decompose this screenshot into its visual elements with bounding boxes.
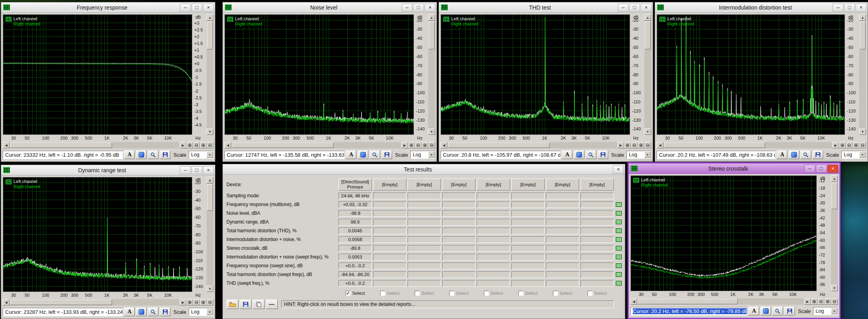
result-empty-cell[interactable] <box>442 219 476 226</box>
zoom-out-y-button[interactable]: ⊖ <box>831 298 838 305</box>
copy-image-button[interactable] <box>136 150 147 159</box>
minimize-button[interactable]: – <box>804 165 815 173</box>
scroll-left-button[interactable]: ◀ <box>3 142 10 148</box>
result-empty-cell[interactable] <box>373 245 406 252</box>
result-empty-cell[interactable] <box>511 263 545 269</box>
zoom-out-y-button[interactable]: ⊖ <box>428 142 435 148</box>
vertical-scroll-thumb[interactable] <box>831 183 837 209</box>
select-checkbox[interactable] <box>588 291 593 296</box>
horizontal-scroll-thumb[interactable] <box>10 300 112 305</box>
zoom-tool-button[interactable] <box>148 307 159 316</box>
horizontal-scroll-thumb[interactable] <box>10 142 112 148</box>
result-empty-cell[interactable] <box>477 236 510 243</box>
copy-image-button[interactable] <box>574 150 584 159</box>
result-empty-cell[interactable] <box>580 210 614 217</box>
result-empty-cell[interactable] <box>580 236 614 243</box>
copy-image-button[interactable] <box>789 150 799 159</box>
result-empty-cell[interactable] <box>408 201 441 208</box>
result-value-cell[interactable]: +0.03, -0.32 <box>338 201 372 208</box>
result-value-cell[interactable]: 98.9 <box>338 219 372 226</box>
spectrum-plot[interactable]: Left channel Right channel <box>630 175 817 291</box>
zoom-out-y-button[interactable]: ⊖ <box>859 142 866 148</box>
horizontal-scrollbar[interactable]: ◀ ▶ ⊕ ⊖ ⊕ ⊖ <box>657 142 866 148</box>
save-image-button[interactable] <box>160 307 170 316</box>
result-empty-cell[interactable] <box>442 245 476 252</box>
vertical-scrollbar[interactable]: ▲ ▼ <box>428 14 435 135</box>
horizontal-scrollbar[interactable]: ◀ ▶ ⊕ ⊖ ⊕ ⊖ <box>3 142 213 148</box>
result-empty-cell[interactable] <box>373 219 406 226</box>
close-button[interactable]: × <box>856 4 866 12</box>
font-button[interactable]: A <box>748 307 759 315</box>
copy-image-button[interactable] <box>358 150 368 159</box>
report-table-icon[interactable] <box>616 211 622 216</box>
scroll-right-button[interactable]: ▶ <box>804 298 811 305</box>
zoom-in-x-button[interactable]: ⊕ <box>811 298 818 305</box>
result-empty-cell[interactable] <box>442 228 476 234</box>
vertical-scroll-track[interactable] <box>644 21 651 128</box>
scroll-up-button[interactable]: ▲ <box>428 14 435 21</box>
dropdown-arrow-icon[interactable]: ▼ <box>644 152 651 158</box>
zoom-out-y-button[interactable]: ⊖ <box>207 142 213 148</box>
dropdown-arrow-icon[interactable]: ▼ <box>859 152 866 158</box>
result-empty-cell[interactable] <box>373 254 406 261</box>
result-column-header[interactable]: [Empty] <box>477 179 510 191</box>
minimize-button[interactable]: – <box>833 4 843 12</box>
window-titlebar[interactable]: Noise level – □ × <box>223 2 437 13</box>
scroll-left-button[interactable]: ◀ <box>224 142 231 148</box>
result-empty-cell[interactable] <box>442 280 476 287</box>
result-empty-cell[interactable] <box>511 228 545 234</box>
vertical-scroll-thumb[interactable] <box>645 21 651 49</box>
spectrum-plot[interactable]: Left channel Right channel <box>3 14 192 135</box>
result-empty-cell[interactable] <box>373 263 406 269</box>
result-empty-cell[interactable] <box>373 201 406 208</box>
scroll-down-button[interactable]: ▼ <box>831 285 838 291</box>
maximize-button[interactable]: □ <box>413 4 424 12</box>
scroll-right-button[interactable]: ▶ <box>180 299 186 305</box>
window-titlebar[interactable]: Frequency response – □ × <box>1 2 215 13</box>
cursor-readout[interactable]: Cursor: 23332 Hz, left = -1.10 dB, right… <box>3 151 123 159</box>
scroll-down-button[interactable]: ▼ <box>428 128 435 135</box>
zoom-tool-button[interactable] <box>772 307 783 315</box>
result-empty-cell[interactable] <box>477 271 510 278</box>
result-value-cell[interactable]: 24-bit, 48 kHz <box>338 193 372 199</box>
cursor-readout[interactable]: Cursor: 23287 Hz, left = -133.93 dB, rig… <box>3 308 123 316</box>
result-empty-cell[interactable] <box>408 280 441 287</box>
vertical-scroll-track[interactable] <box>207 21 213 128</box>
horizontal-scroll-thumb[interactable] <box>232 142 334 148</box>
report-table-icon[interactable] <box>616 228 622 233</box>
zoom-in-y-button[interactable]: ⊕ <box>853 142 859 148</box>
spectrum-plot[interactable]: Left channel Right channel <box>3 177 192 292</box>
close-button[interactable]: × <box>613 165 624 173</box>
result-empty-cell[interactable] <box>546 210 579 217</box>
scroll-left-button[interactable]: ◀ <box>630 298 637 305</box>
result-empty-cell[interactable] <box>442 254 476 261</box>
save-image-button[interactable] <box>160 150 170 159</box>
result-empty-cell[interactable] <box>477 245 510 252</box>
maximize-button[interactable]: □ <box>191 4 202 12</box>
result-empty-cell[interactable] <box>373 210 406 217</box>
scroll-down-button[interactable]: ▼ <box>207 286 213 292</box>
maximize-button[interactable]: □ <box>844 4 855 12</box>
zoom-out-x-button[interactable]: ⊖ <box>818 298 824 305</box>
dropdown-arrow-icon[interactable]: ▼ <box>428 152 435 158</box>
close-button[interactable]: × <box>641 4 651 12</box>
vertical-scroll-track[interactable] <box>428 21 435 128</box>
zoom-out-x-button[interactable]: ⊖ <box>846 142 853 148</box>
report-table-icon[interactable] <box>616 281 622 286</box>
result-empty-cell[interactable] <box>580 245 614 252</box>
result-empty-cell[interactable] <box>580 219 614 226</box>
result-empty-cell[interactable] <box>408 210 441 217</box>
result-empty-cell[interactable] <box>477 219 510 226</box>
result-empty-cell[interactable] <box>477 254 510 261</box>
cursor-readout[interactable]: Cursor: 12747 Hz, left = -135.58 dB, rig… <box>224 151 344 159</box>
result-empty-cell[interactable] <box>580 193 614 199</box>
result-column-header[interactable]: [DirectSound] Primare <box>338 179 372 191</box>
scroll-up-button[interactable]: ▲ <box>207 14 213 21</box>
scale-select[interactable]: Log ▼ <box>841 151 866 159</box>
result-empty-cell[interactable] <box>511 201 545 208</box>
horizontal-scrollbar[interactable]: ◀ ▶ ⊕ ⊖ ⊕ ⊖ <box>441 142 651 148</box>
scroll-right-button[interactable]: ▶ <box>832 142 839 148</box>
result-empty-cell[interactable] <box>477 228 510 234</box>
scale-select[interactable]: Log ▼ <box>189 308 213 316</box>
scroll-left-button[interactable]: ◀ <box>441 142 447 148</box>
